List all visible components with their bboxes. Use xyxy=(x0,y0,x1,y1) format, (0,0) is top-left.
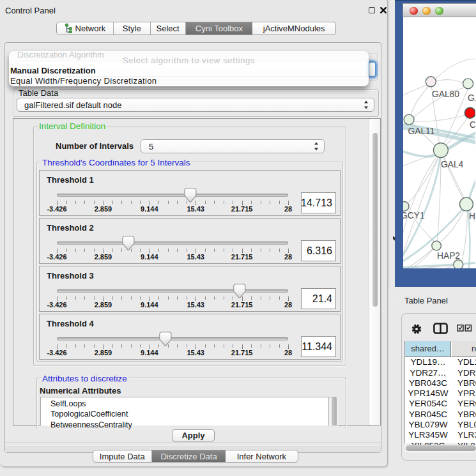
svg-text:GA: GA xyxy=(468,93,475,103)
svg-text:H: H xyxy=(469,211,475,221)
svg-text:C: C xyxy=(470,120,475,130)
svg-text:GAL11: GAL11 xyxy=(408,127,435,136)
svg-text:HAP2: HAP2 xyxy=(437,251,460,261)
svg-text:GCY1: GCY1 xyxy=(403,211,425,220)
svg-text:GAL4: GAL4 xyxy=(441,160,464,169)
svg-text:GAL80: GAL80 xyxy=(432,89,459,99)
